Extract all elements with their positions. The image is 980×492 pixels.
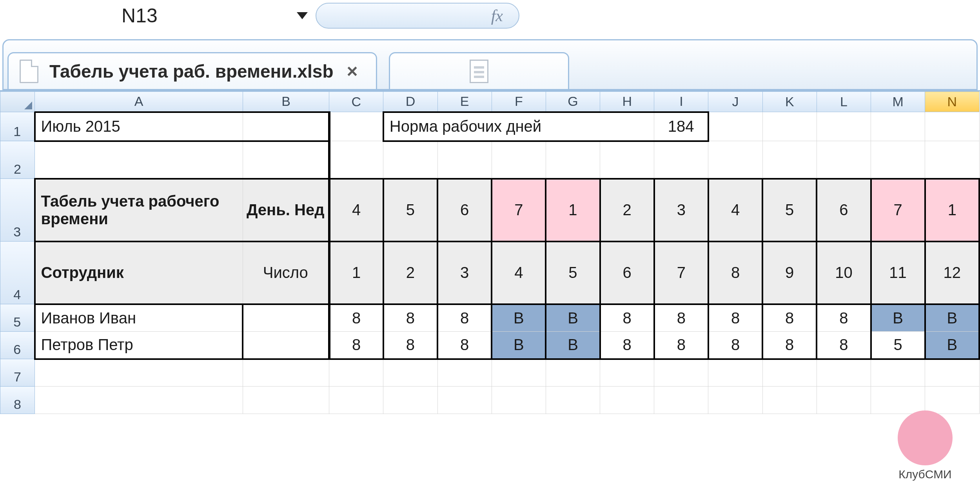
dow-label-cell[interactable]: День. Нед [243,179,329,241]
cell[interactable] [492,141,546,179]
date-cell[interactable]: 4 [492,241,546,304]
row-header[interactable]: 5 [0,304,35,332]
employee-label-cell[interactable]: Сотрудник [35,241,243,304]
hours-cell[interactable]: 8 [329,332,383,359]
dow-cell[interactable]: 6 [437,179,492,241]
cell[interactable] [437,387,492,414]
cell[interactable] [492,387,546,414]
cell[interactable] [35,141,243,179]
cell[interactable] [762,112,817,141]
dow-cell-weekend[interactable]: 1 [925,179,979,241]
hours-cell[interactable]: 8 [383,332,437,359]
row-header[interactable]: 6 [0,332,35,359]
date-cell[interactable]: 9 [762,241,817,304]
date-cell[interactable]: 2 [383,241,437,304]
column-header[interactable]: L [817,92,871,112]
cell[interactable] [546,359,600,387]
hours-cell[interactable]: 8 [654,304,708,332]
cell[interactable] [243,141,329,179]
dow-cell-weekend[interactable]: 1 [546,179,600,241]
cell[interactable] [762,387,817,414]
cell[interactable] [654,141,708,179]
hours-cell[interactable]: 8 [762,332,817,359]
formula-input[interactable] [519,3,980,29]
cell[interactable] [654,387,708,414]
cell[interactable] [817,387,871,414]
cell[interactable] [871,112,925,141]
cell[interactable] [437,141,492,179]
close-icon[interactable]: × [344,60,360,82]
cell[interactable] [383,141,437,179]
cell[interactable] [817,141,871,179]
row-header[interactable]: 3 [0,179,35,241]
hours-cell[interactable]: 8 [437,304,492,332]
column-header-selected[interactable]: N [925,92,979,112]
hours-cell[interactable]: 8 [600,332,654,359]
row-header[interactable]: 8 [0,387,35,414]
date-cell[interactable]: 3 [437,241,492,304]
cell[interactable] [243,359,329,387]
hours-cell[interactable]: 8 [817,304,871,332]
dow-cell[interactable]: 2 [600,179,654,241]
hours-cell[interactable]: 8 [600,304,654,332]
select-all-button[interactable] [0,92,35,112]
dow-cell-weekend[interactable]: 7 [492,179,546,241]
row-header[interactable]: 7 [0,359,35,387]
column-header[interactable]: J [708,92,762,112]
cell[interactable] [383,387,437,414]
fx-button[interactable]: fx [316,3,519,29]
row-header[interactable]: 4 [0,241,35,304]
cell[interactable] [546,141,600,179]
hours-cell[interactable]: 5 [871,332,925,359]
cell[interactable] [654,359,708,387]
cell[interactable] [871,387,925,414]
date-cell[interactable]: 6 [600,241,654,304]
hours-cell-weekend[interactable]: B [546,304,600,332]
dow-cell-weekend[interactable]: 7 [871,179,925,241]
cell[interactable] [437,359,492,387]
cell[interactable] [383,359,437,387]
date-cell[interactable]: 7 [654,241,708,304]
hours-cell[interactable]: 8 [654,332,708,359]
column-header[interactable]: K [762,92,817,112]
cell[interactable] [600,387,654,414]
cell[interactable] [762,141,817,179]
cell[interactable] [708,387,762,414]
cell[interactable] [708,141,762,179]
column-header[interactable]: A [35,92,243,112]
spreadsheet-grid[interactable]: A B C D E F G H I J K L M N 1 Июль 2015 … [0,90,980,414]
cell[interactable] [925,387,979,414]
cell[interactable] [600,141,654,179]
cell[interactable] [243,304,329,332]
row-header[interactable]: 2 [0,141,35,179]
cell[interactable] [817,112,871,141]
date-cell[interactable]: 1 [329,241,383,304]
hours-cell[interactable]: 8 [708,304,762,332]
column-header[interactable]: F [492,92,546,112]
column-header[interactable]: B [243,92,329,112]
norm-label-cell[interactable]: Норма рабочих дней [383,112,654,141]
dow-cell[interactable]: 5 [383,179,437,241]
hours-cell[interactable]: 8 [762,304,817,332]
column-header[interactable]: H [600,92,654,112]
hours-cell-weekend[interactable]: B [925,304,979,332]
hours-cell-weekend[interactable]: B [871,304,925,332]
column-header[interactable]: I [654,92,708,112]
cell[interactable] [243,387,329,414]
column-header[interactable]: C [329,92,383,112]
cell[interactable] [35,359,243,387]
employee-name[interactable]: Петров Петр [35,332,243,359]
date-cell[interactable]: 10 [817,241,871,304]
cell[interactable] [329,387,383,414]
hours-cell-weekend[interactable]: B [492,304,546,332]
hours-cell[interactable]: 8 [708,332,762,359]
hours-cell[interactable]: 8 [329,304,383,332]
title-cell[interactable]: Табель учета рабочего времени [35,179,243,241]
cell[interactable] [708,112,762,141]
date-cell[interactable]: 5 [546,241,600,304]
cell[interactable] [871,359,925,387]
new-document-tab[interactable] [389,52,569,89]
hours-cell-weekend[interactable]: B [546,332,600,359]
period-cell[interactable]: Июль 2015 [35,112,243,141]
cell[interactable] [925,112,979,141]
